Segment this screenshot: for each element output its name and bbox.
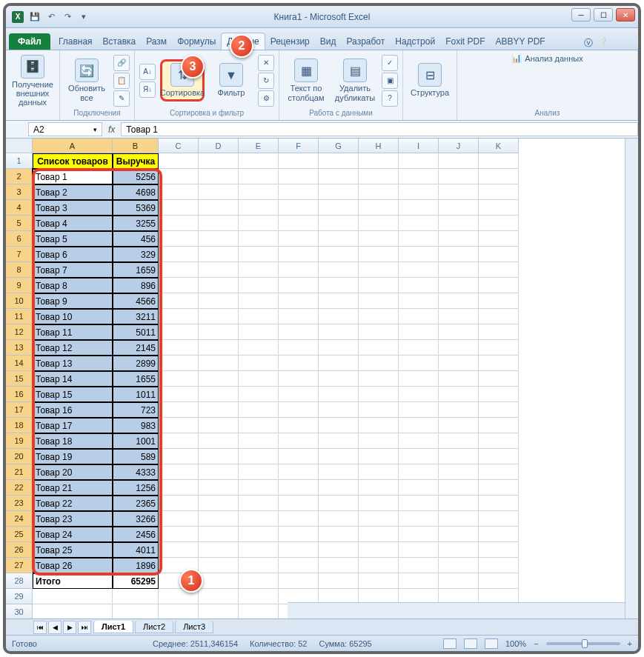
- cell[interactable]: [159, 231, 199, 247]
- cell[interactable]: [199, 464, 239, 480]
- cell[interactable]: [479, 278, 519, 293]
- cell[interactable]: [319, 153, 359, 169]
- cell[interactable]: [319, 324, 359, 340]
- cell[interactable]: [399, 184, 439, 200]
- cell[interactable]: [319, 558, 359, 573]
- remove-duplicates-button[interactable]: ▤ Удалить дубликаты: [333, 57, 377, 103]
- cell[interactable]: 5011: [113, 324, 159, 340]
- col-header[interactable]: H: [359, 139, 399, 153]
- cell[interactable]: [159, 309, 199, 324]
- cell[interactable]: [479, 262, 519, 278]
- cell[interactable]: [359, 293, 399, 309]
- cell[interactable]: [359, 169, 399, 184]
- cell[interactable]: Товар 10: [33, 309, 113, 324]
- row-header[interactable]: 22: [6, 480, 33, 496]
- cell[interactable]: [199, 496, 239, 511]
- cell[interactable]: [319, 169, 359, 184]
- cell[interactable]: [199, 278, 239, 293]
- cell[interactable]: [439, 464, 479, 480]
- cell[interactable]: [399, 573, 439, 589]
- cell[interactable]: 1659: [113, 262, 159, 278]
- cell[interactable]: 4011: [113, 542, 159, 558]
- reapply-icon[interactable]: ↻: [258, 73, 274, 89]
- row-header[interactable]: 8: [6, 262, 33, 278]
- tab-nav-first[interactable]: ⏮: [33, 621, 47, 634]
- cell[interactable]: [239, 496, 279, 511]
- cell[interactable]: [319, 184, 359, 200]
- cell[interactable]: [399, 293, 439, 309]
- cell[interactable]: [159, 169, 199, 184]
- sort-asc-icon[interactable]: A↓: [139, 64, 156, 80]
- cell[interactable]: Товар 16: [33, 402, 113, 418]
- row-header[interactable]: 10: [6, 293, 33, 309]
- cell[interactable]: [239, 542, 279, 558]
- cell[interactable]: [439, 324, 479, 340]
- col-header[interactable]: A: [33, 139, 113, 153]
- cell[interactable]: [479, 231, 519, 247]
- cell[interactable]: Товар 21: [33, 480, 113, 496]
- tab-addins[interactable]: Надстрой: [390, 33, 440, 50]
- cell[interactable]: [199, 324, 239, 340]
- cell[interactable]: [159, 324, 199, 340]
- cell[interactable]: [319, 262, 359, 278]
- cell[interactable]: [319, 200, 359, 216]
- fx-icon[interactable]: fx: [108, 124, 115, 135]
- cell[interactable]: [159, 371, 199, 387]
- name-box[interactable]: A2▾: [28, 122, 102, 136]
- cell[interactable]: [199, 589, 239, 604]
- cell[interactable]: [199, 262, 239, 278]
- cell[interactable]: [439, 402, 479, 418]
- cell[interactable]: [359, 200, 399, 216]
- cell[interactable]: [239, 262, 279, 278]
- cell[interactable]: [319, 278, 359, 293]
- cell[interactable]: [399, 527, 439, 542]
- cell[interactable]: [479, 216, 519, 231]
- cell[interactable]: [359, 573, 399, 589]
- cell[interactable]: [399, 496, 439, 511]
- normal-view-icon[interactable]: [443, 638, 457, 649]
- connections-icon[interactable]: 🔗: [113, 55, 130, 71]
- tab-nav-prev[interactable]: ◀: [48, 621, 62, 634]
- cell[interactable]: [359, 356, 399, 371]
- cell[interactable]: [399, 449, 439, 464]
- cell[interactable]: Товар 17: [33, 418, 113, 433]
- advanced-icon[interactable]: ⚙: [258, 90, 274, 107]
- cell[interactable]: [199, 247, 239, 262]
- cell[interactable]: [479, 184, 519, 200]
- cell[interactable]: [159, 496, 199, 511]
- cell[interactable]: [239, 247, 279, 262]
- cell[interactable]: [159, 278, 199, 293]
- cell[interactable]: [279, 247, 319, 262]
- cell[interactable]: Товар 19: [33, 449, 113, 464]
- row-header[interactable]: 16: [6, 387, 33, 402]
- cell[interactable]: [319, 527, 359, 542]
- cell[interactable]: [279, 324, 319, 340]
- cell[interactable]: [319, 309, 359, 324]
- save-icon[interactable]: 💾: [28, 10, 42, 24]
- cell[interactable]: Товар 22: [33, 496, 113, 511]
- col-header[interactable]: K: [479, 139, 519, 153]
- cell[interactable]: [399, 387, 439, 402]
- cell[interactable]: [359, 184, 399, 200]
- zoom-out-icon[interactable]: −: [534, 639, 538, 648]
- cell[interactable]: [279, 200, 319, 216]
- cell[interactable]: [159, 184, 199, 200]
- vertical-scrollbar[interactable]: [625, 139, 638, 618]
- row-header[interactable]: 30: [6, 604, 33, 620]
- cell[interactable]: [239, 589, 279, 604]
- cell[interactable]: [479, 356, 519, 371]
- cell[interactable]: [439, 573, 479, 589]
- cell[interactable]: [199, 216, 239, 231]
- refresh-all-button[interactable]: 🔄 Обновить все: [64, 57, 109, 103]
- cell[interactable]: [199, 418, 239, 433]
- cell[interactable]: Товар 4: [33, 216, 113, 231]
- cell[interactable]: [479, 169, 519, 184]
- cell[interactable]: [279, 387, 319, 402]
- cell[interactable]: [199, 604, 239, 620]
- whatif-icon[interactable]: ?: [382, 90, 398, 107]
- minimize-button[interactable]: ─: [571, 8, 591, 21]
- cell[interactable]: [439, 293, 479, 309]
- cell[interactable]: [279, 153, 319, 169]
- col-header[interactable]: J: [439, 139, 479, 153]
- cell[interactable]: [319, 340, 359, 356]
